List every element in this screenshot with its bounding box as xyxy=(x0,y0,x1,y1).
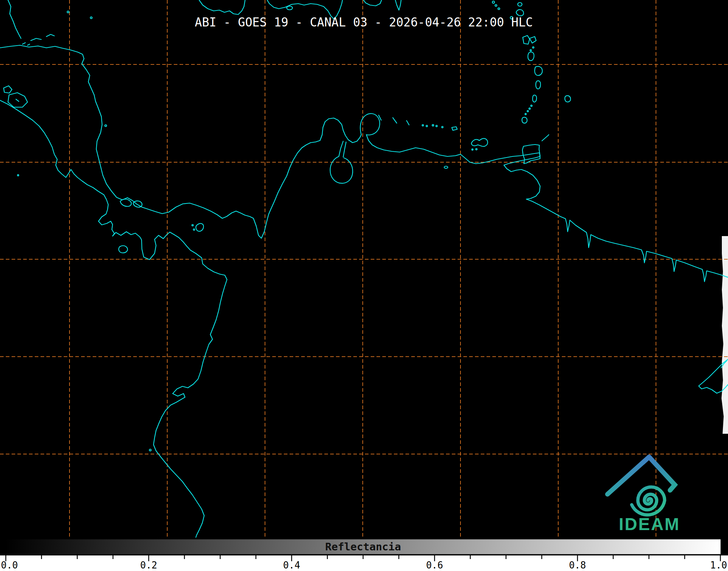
colorbar-tick-strip xyxy=(0,555,728,571)
colorbar-tick-label: 1.0 xyxy=(710,560,727,571)
colorbar-tick-label: 0.6 xyxy=(426,560,443,571)
logo-text: IDEAM xyxy=(619,515,680,534)
colorbar-tick-label: 0.4 xyxy=(283,560,300,571)
colorbar-tick-label: 0.8 xyxy=(569,560,586,571)
image-title: ABI - GOES 19 - CANAL 03 - 2026-04-26 22… xyxy=(195,15,533,29)
colorbar-tick-label: 0.2 xyxy=(140,560,157,571)
colorbar-label: Reflectancia xyxy=(325,541,401,553)
satellite-map-canvas: ABI - GOES 19 - CANAL 03 - 2026-04-26 22… xyxy=(0,0,728,571)
satellite-image-window: ABI - GOES 19 - CANAL 03 - 2026-04-26 22… xyxy=(0,0,728,571)
colorbar-tick-label: 0.0 xyxy=(1,560,18,571)
